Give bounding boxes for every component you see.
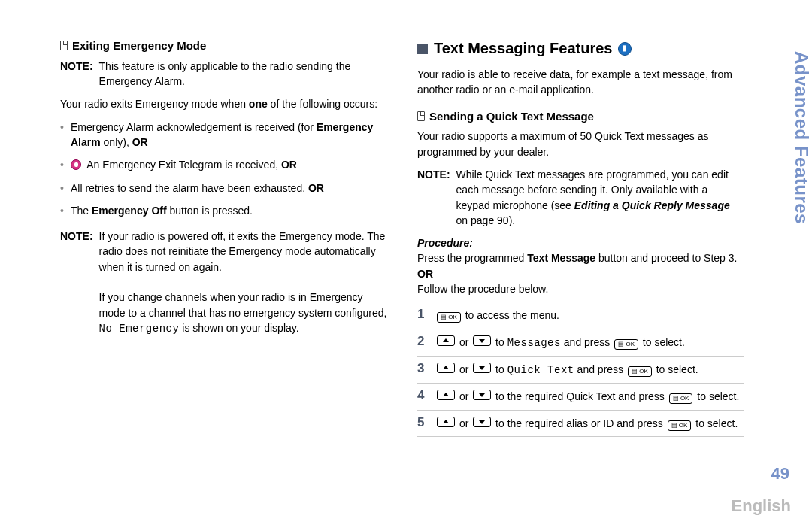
up-key-icon (437, 390, 455, 400)
down-key-icon (473, 335, 491, 346)
ok-key-icon: ▤ OK (614, 339, 638, 350)
intro-para: Your radio is able to receive data, for … (417, 67, 744, 98)
up-key-icon (437, 363, 455, 373)
up-key-icon (437, 335, 455, 346)
list-item: All retries to send the alarm have been … (60, 181, 387, 196)
ok-key-icon: ▤ OK (437, 312, 461, 323)
document-icon (417, 111, 425, 121)
step-5: 5 or to the required alias or ID and pre… (417, 411, 744, 437)
or-label: OR (417, 268, 433, 280)
procedure-block: Procedure: Press the programmed Text Mes… (417, 235, 744, 296)
radio-icon (71, 159, 81, 170)
procedure-label: Procedure: (417, 237, 473, 249)
note-label: NOTE: (417, 167, 450, 228)
right-column: Text Messaging Features ▮ Your radio is … (417, 38, 767, 437)
side-tab-label: Advanced Features (791, 51, 812, 224)
note-body: If your radio is powered off, it exits t… (99, 229, 387, 336)
exit-condition-intro: Your radio exits Emergency mode when one… (60, 96, 387, 111)
note-2: NOTE: If your radio is powered off, it e… (60, 229, 387, 336)
step-1: 1 ▤ OK to access the menu. (417, 302, 744, 329)
procedure-steps: 1 ▤ OK to access the menu. 2 or to Messa… (417, 302, 744, 437)
heading-text: Text Messaging Features (434, 38, 612, 59)
subhead-text: Exiting Emergency Mode (72, 39, 206, 52)
note-quicktext: NOTE: While Quick Text messages are prog… (417, 167, 744, 228)
note-1: NOTE: This feature is only applicable to… (60, 59, 387, 90)
note-body: While Quick Text messages are programmed… (456, 167, 744, 228)
subhead-quicktext: Sending a Quick Text Message (417, 108, 744, 125)
exit-conditions-list: Emergency Alarm acknowledgement is recei… (60, 120, 387, 218)
list-item: An Emergency Exit Telegram is received, … (60, 157, 387, 172)
page-number: 49 (771, 464, 789, 484)
down-key-icon (473, 417, 491, 427)
step-3: 3 or to Quick Text and press ▤ OK to sel… (417, 357, 744, 384)
down-key-icon (473, 390, 491, 400)
list-item: Emergency Alarm acknowledgement is recei… (60, 120, 387, 150)
section-heading: Text Messaging Features ▮ (417, 38, 744, 59)
quicktext-para: Your radio supports a maximum of 50 Quic… (417, 129, 744, 159)
document-icon (60, 41, 68, 50)
ok-key-icon: ▤ OK (669, 393, 693, 404)
ok-key-icon: ▤ OK (628, 366, 652, 377)
down-key-icon (473, 363, 491, 373)
left-column: Exiting Emergency Mode NOTE: This featur… (60, 38, 387, 437)
note-label: NOTE: (60, 229, 93, 336)
language-label: English (732, 496, 791, 516)
subhead-exiting: Exiting Emergency Mode (60, 38, 387, 54)
note-label: NOTE: (60, 59, 93, 90)
feature-badge-icon: ▮ (618, 42, 632, 56)
section-marker-icon (417, 44, 428, 54)
step-4: 4 or to the required Quick Text and pres… (417, 384, 744, 410)
list-item: The Emergency Off button is pressed. (60, 203, 387, 218)
note-body: This feature is only applicable to the r… (99, 59, 387, 90)
ok-key-icon: ▤ OK (668, 420, 692, 431)
up-key-icon (437, 417, 455, 427)
step-2: 2 or to Messages and press ▤ OK to selec… (417, 329, 744, 357)
